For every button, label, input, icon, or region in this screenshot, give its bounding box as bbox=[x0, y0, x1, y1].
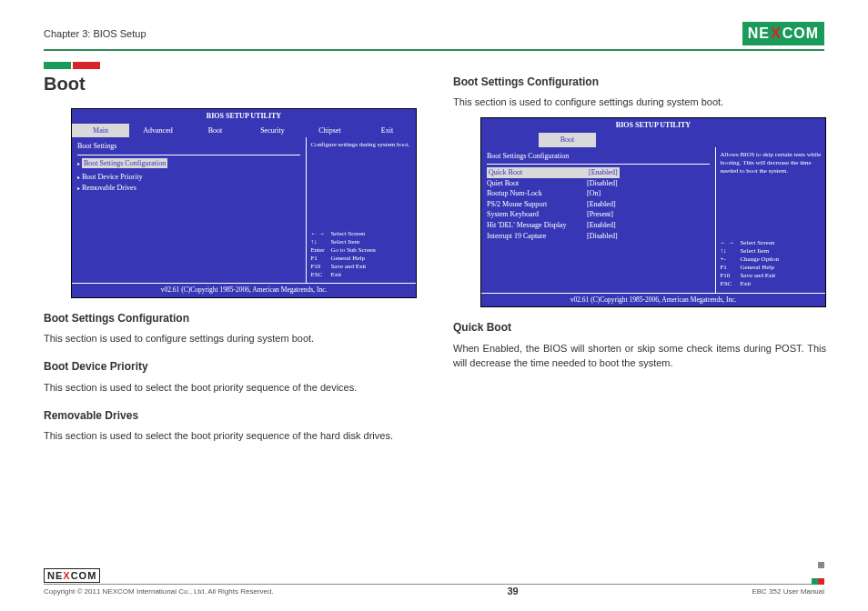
bios-section-label: Boot Settings bbox=[77, 141, 300, 152]
bios-key-legend: ← →Select Screen ↑↓Select Item +-Change … bbox=[720, 239, 822, 289]
bios-help-text: Allows BIOS to skip certain tests while … bbox=[720, 151, 822, 175]
bios-main-panel: Boot Settings ▸Boot Settings Configurati… bbox=[72, 137, 307, 283]
bios-title: BIOS SETUP UTILITY bbox=[72, 109, 416, 124]
para-boot-settings-config: This section is used to configure settin… bbox=[44, 332, 417, 346]
bios-footer: v02.61 (C)Copyright 1985-2006, American … bbox=[481, 293, 825, 307]
bios-tab-bar: Main Advanced Boot Security Chipset Exit bbox=[72, 124, 416, 138]
bios-tab-security: Security bbox=[244, 124, 301, 138]
bios-tab-bar: Boot bbox=[481, 133, 825, 147]
heading-boot-settings-config-r: Boot Settings Configuration bbox=[453, 75, 826, 90]
bios-option-row: Quick Boot[Enabled] bbox=[487, 167, 710, 178]
para-boot-settings-config-r: This section is used to configure settin… bbox=[453, 95, 826, 110]
bios-tab-advanced: Advanced bbox=[129, 124, 187, 138]
para-boot-device-priority: This section is used to select the boot … bbox=[44, 381, 417, 396]
bios-help-text: Configure settings during system boot. bbox=[310, 141, 412, 149]
bios-menu-item: ▸Removable Drives bbox=[77, 183, 300, 194]
header-color-tabs bbox=[44, 56, 824, 64]
bios-tab-chipset: Chipset bbox=[301, 124, 358, 138]
nexcom-logo: NEXCOM bbox=[742, 22, 824, 45]
bios-screenshot-boot: BIOS SETUP UTILITY Main Advanced Boot Se… bbox=[71, 108, 417, 298]
heading-boot-settings-config: Boot Settings Configuration bbox=[44, 311, 417, 326]
bios-option-row: PS/2 Mouse Support[Enabled] bbox=[487, 199, 710, 210]
bios-side-panel: Configure settings during system boot. ←… bbox=[307, 137, 416, 283]
section-title-boot: Boot bbox=[44, 71, 417, 97]
para-removable-drives: This section is used to select the boot … bbox=[44, 429, 417, 444]
chapter-label: Chapter 3: BIOS Setup bbox=[44, 28, 146, 39]
triangle-icon: ▸ bbox=[77, 175, 80, 180]
footer-squares-icon bbox=[812, 556, 824, 588]
bios-selected-item: ▸Boot Settings Configuration bbox=[77, 158, 300, 169]
bios-section-label: Boot Settings Configuration bbox=[487, 151, 710, 162]
bios-option-row: Bootup Num-Lock[On] bbox=[487, 188, 710, 199]
bios-screenshot-boot-settings: BIOS SETUP UTILITY Boot Boot Settings Co… bbox=[480, 117, 826, 307]
bios-tab-exit: Exit bbox=[358, 124, 416, 138]
bios-key-legend: ← →Select Screen ↑↓Select Item EnterGo t… bbox=[310, 230, 412, 280]
page-header: Chapter 3: BIOS Setup NEXCOM bbox=[44, 22, 824, 51]
right-column: Boot Settings Configuration This section… bbox=[453, 71, 826, 451]
page-number: 39 bbox=[507, 586, 518, 596]
bios-option-row: Quiet Boot[Disabled] bbox=[487, 178, 710, 189]
bios-main-panel: Boot Settings Configuration Quick Boot[E… bbox=[481, 147, 716, 293]
bios-title: BIOS SETUP UTILITY bbox=[481, 118, 825, 133]
bios-side-panel: Allows BIOS to skip certain tests while … bbox=[716, 147, 825, 293]
bios-footer: v02.61 (C)Copyright 1985-2006, American … bbox=[72, 283, 416, 297]
triangle-icon: ▸ bbox=[77, 185, 80, 191]
bios-tab-boot: Boot bbox=[539, 133, 596, 147]
bios-tab-boot: Boot bbox=[187, 124, 244, 138]
bios-option-row: System Keyboard[Present] bbox=[487, 209, 710, 220]
bios-option-row: Interrupt 19 Capture[Disabled] bbox=[487, 231, 710, 242]
bios-tab-main: Main bbox=[72, 124, 129, 138]
copyright-text: Copyright © 2011 NEXCOM International Co… bbox=[44, 587, 274, 596]
bios-menu-item: ▸Boot Device Priority bbox=[77, 172, 300, 183]
heading-boot-device-priority: Boot Device Priority bbox=[44, 359, 417, 375]
bios-option-row: Hit 'DEL' Message Display[Enabled] bbox=[487, 220, 710, 231]
left-column: Boot BIOS SETUP UTILITY Main Advanced Bo… bbox=[44, 71, 417, 451]
heading-removable-drives: Removable Drives bbox=[44, 408, 417, 424]
page-footer: NEXCOM Copyright © 2011 NEXCOM Internati… bbox=[44, 566, 824, 596]
para-quick-boot: When Enabled, the BIOS will shorten or s… bbox=[453, 342, 826, 371]
footer-logo: NEXCOM bbox=[44, 566, 824, 583]
heading-quick-boot: Quick Boot bbox=[453, 320, 826, 336]
triangle-icon: ▸ bbox=[77, 161, 80, 166]
